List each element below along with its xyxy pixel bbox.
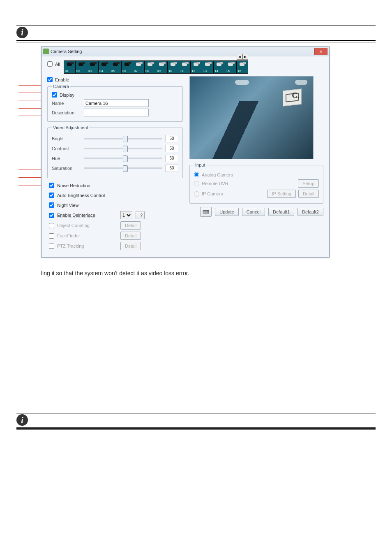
keyboard-button[interactable]: ⌨: [200, 207, 212, 217]
night-view-checkbox[interactable]: [49, 202, 54, 208]
camera-number: 01: [64, 69, 69, 73]
camera-number: 12: [191, 69, 196, 73]
saturation-label: Saturation: [52, 166, 81, 171]
camera-cell-10[interactable]: 10: [167, 60, 179, 74]
auto-brightness-checkbox[interactable]: [49, 193, 54, 198]
camera-number: 06: [122, 69, 127, 73]
camera-cell-03[interactable]: 03: [87, 60, 98, 74]
all-checkbox[interactable]: [47, 61, 53, 67]
facefinder-checkbox[interactable]: [49, 233, 54, 239]
camera-icon: [113, 62, 120, 67]
enable-deinterlace-label: Enable Deinterlace: [57, 213, 95, 218]
app-icon: [43, 49, 49, 54]
input-legend: Input: [194, 162, 206, 167]
camera-group-legend: Camera: [52, 84, 70, 89]
camera-cell-07[interactable]: 07: [133, 60, 144, 74]
camera-cell-02[interactable]: 02: [75, 60, 87, 74]
titlebar: Camera Setting ✕: [42, 47, 329, 56]
camera-icon: [205, 62, 212, 67]
camera-cell-05[interactable]: 05: [110, 60, 121, 74]
camera-icon: [125, 62, 132, 67]
noise-reduction-checkbox[interactable]: [49, 183, 54, 188]
scroll-left-button[interactable]: ◄: [237, 54, 242, 60]
contrast-slider-thumb[interactable]: [123, 146, 128, 152]
enable-deinterlace-checkbox[interactable]: [49, 213, 54, 218]
all-label: All: [55, 62, 60, 67]
camera-cell-11[interactable]: 11: [179, 60, 190, 74]
hue-slider[interactable]: [84, 158, 162, 159]
update-button[interactable]: Update: [215, 208, 238, 216]
ptz-tracking-checkbox[interactable]: [49, 244, 54, 249]
camera-number: 10: [168, 69, 173, 73]
display-checkbox[interactable]: [52, 92, 57, 97]
camera-number: 02: [76, 69, 81, 73]
night-view-label: Night View: [57, 203, 78, 208]
facefinder-detail-button: Detail: [120, 232, 141, 240]
bright-label: Bright: [52, 136, 81, 141]
default2-button[interactable]: Default2: [297, 208, 323, 216]
camera-cell-12[interactable]: 12: [190, 60, 202, 74]
noise-reduction-label: Noise Reduction: [57, 183, 90, 188]
default1-button[interactable]: Default1: [268, 208, 294, 216]
enable-label: Enable: [55, 77, 69, 82]
remote-dvr-setup-button: Setup: [298, 179, 319, 188]
hue-slider-thumb[interactable]: [123, 155, 128, 162]
camera-cell-15[interactable]: 15: [225, 60, 236, 74]
camera-number: 15: [225, 69, 231, 73]
camera-cell-04[interactable]: 04: [98, 60, 110, 74]
saturation-slider-thumb[interactable]: [123, 165, 128, 172]
ip-setting-button: IP Setting: [267, 190, 296, 198]
camera-icon: [171, 62, 178, 67]
camera-icon: [159, 62, 166, 67]
saturation-slider-row: Saturation50: [52, 165, 178, 172]
ptz-tracking-detail-button: Detail: [120, 242, 141, 250]
analog-camera-radio[interactable]: [194, 172, 199, 177]
preview-pane: C.: [189, 76, 314, 159]
enable-checkbox[interactable]: [47, 77, 53, 82]
camera-cell-01[interactable]: 01: [64, 60, 75, 74]
ip-detail-button: Detail: [298, 190, 319, 198]
camera-icon: [136, 62, 143, 67]
camera-icon: [194, 62, 201, 67]
deinterlace-help-button[interactable]: ?: [136, 211, 145, 219]
camera-icon: [78, 62, 86, 67]
preview-c-label: C.: [292, 91, 300, 100]
saturation-slider[interactable]: [84, 167, 162, 169]
camera-cell-16[interactable]: 16: [236, 60, 248, 74]
facefinder-label: FaceFinder: [57, 233, 80, 238]
name-input[interactable]: [84, 99, 149, 107]
camera-number: 09: [156, 69, 161, 73]
cancel-button[interactable]: Cancel: [242, 208, 265, 216]
object-counting-checkbox[interactable]: [49, 223, 54, 228]
bright-slider[interactable]: [84, 138, 162, 139]
camera-setting-window-wrap: Camera Setting ✕ All ◄ ► 010203040: [41, 46, 376, 258]
camera-cell-09[interactable]: 09: [156, 60, 167, 74]
info-icon: i: [16, 414, 28, 426]
scroll-right-button[interactable]: ►: [242, 54, 248, 60]
ptz-tracking-label: PTZ Tracking: [57, 244, 84, 248]
camera-icon: [240, 62, 247, 67]
contrast-label: Contrast: [52, 146, 81, 151]
contrast-value: 50: [165, 145, 178, 152]
video-adjustment-legend: Video Adjustment: [52, 125, 89, 130]
deinterlace-select[interactable]: 1: [120, 211, 132, 219]
camera-icon: [182, 62, 189, 67]
object-counting-label: Object Counting: [57, 223, 90, 228]
camera-cell-14[interactable]: 14: [213, 60, 225, 74]
camera-icon: [67, 62, 74, 67]
camera-number: 13: [202, 69, 208, 73]
camera-cell-06[interactable]: 06: [121, 60, 133, 74]
close-button[interactable]: ✕: [314, 48, 327, 55]
display-label: Display: [60, 93, 74, 97]
camera-number: 05: [110, 69, 115, 73]
ip-camera-label: IP Camera: [202, 191, 223, 196]
bright-slider-thumb[interactable]: [123, 136, 128, 142]
page-body-text: ling it so that the system won't detect …: [41, 270, 376, 276]
description-input[interactable]: [84, 109, 149, 116]
window-title: Camera Setting: [51, 49, 314, 54]
camera-cell-08[interactable]: 08: [144, 60, 156, 74]
camera-number: 14: [214, 69, 219, 73]
camera-cell-13[interactable]: 13: [202, 60, 213, 74]
contrast-slider[interactable]: [84, 148, 162, 149]
camera-number: 03: [87, 69, 92, 73]
